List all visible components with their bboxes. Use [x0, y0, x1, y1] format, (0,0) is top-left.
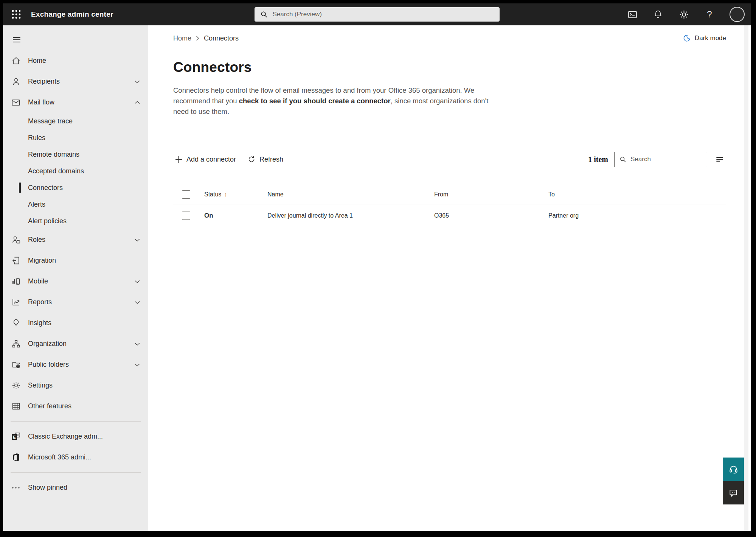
sidebar-item-label: Insights	[28, 319, 51, 327]
organization-icon	[11, 339, 21, 349]
list-search-box[interactable]	[614, 152, 707, 167]
sidebar-item-label: Microsoft 365 admi...	[28, 453, 91, 461]
create-connector-link[interactable]: check to see if you should create a conn…	[239, 97, 391, 105]
select-all-checkbox[interactable]	[182, 190, 190, 199]
settings-icon	[11, 381, 21, 391]
column-header-status[interactable]: Status	[204, 191, 221, 198]
sidebar-item-alerts[interactable]: Alerts	[3, 196, 148, 213]
row-status: On	[204, 212, 213, 219]
add-icon	[175, 156, 183, 163]
app-title: Exchange admin center	[31, 10, 113, 19]
main-content: Home Connectors Dark mode Connectors	[148, 25, 751, 531]
sidebar-item-rules[interactable]: Rules	[3, 129, 148, 146]
global-search-input[interactable]	[273, 11, 494, 18]
help-support-button[interactable]	[723, 458, 744, 481]
add-connector-button[interactable]: Add a connector	[173, 153, 238, 166]
sidebar-item-message-trace[interactable]: Message trace	[3, 113, 148, 129]
sidebar-item-label: Migration	[28, 257, 56, 265]
sidebar-item-insights[interactable]: Insights	[3, 313, 148, 333]
home-icon	[11, 56, 21, 66]
microsoft-365-icon	[11, 453, 21, 462]
sidebar-divider	[11, 472, 141, 473]
terminal-icon[interactable]	[627, 9, 638, 20]
sidebar-item-mail-flow[interactable]: Mail flow	[3, 92, 148, 113]
gear-icon[interactable]	[678, 9, 689, 20]
row-to: Partner org	[548, 212, 579, 219]
breadcrumb-current: Connectors	[204, 34, 239, 42]
feedback-button-icon	[728, 488, 738, 498]
migration-icon	[11, 256, 21, 266]
sidebar-item-label: Roles	[28, 236, 45, 244]
sidebar-item-accepted-domains[interactable]: Accepted domains	[3, 163, 148, 179]
insights-icon	[11, 318, 21, 328]
chevron-down-icon	[134, 363, 140, 367]
bell-icon[interactable]	[652, 9, 664, 20]
sidebar-item-show-pinned[interactable]: Show pinned	[3, 477, 148, 498]
classic-exchange-icon: E	[11, 432, 21, 442]
sort-asc-icon: ↑	[224, 191, 227, 198]
section-divider	[173, 145, 726, 145]
help-icon[interactable]: ?	[704, 9, 715, 20]
public-folders-icon	[11, 360, 21, 370]
top-bar: Exchange admin center	[3, 3, 751, 25]
sidebar-item-home[interactable]: Home	[3, 50, 148, 71]
search-icon	[260, 10, 268, 19]
mobile-icon	[11, 277, 21, 286]
chevron-down-icon	[134, 342, 140, 346]
feedback-button[interactable]	[723, 481, 744, 504]
chevron-up-icon	[134, 101, 140, 104]
sidebar-item-microsoft-365[interactable]: Microsoft 365 admi...	[3, 447, 148, 468]
sidebar-item-label: Recipients	[28, 78, 60, 86]
toolbar: Add a connector Refresh 1 item	[173, 151, 726, 168]
sidebar-item-settings[interactable]: Settings	[3, 375, 148, 396]
reports-icon	[11, 297, 21, 307]
avatar[interactable]	[730, 7, 745, 22]
breadcrumb-chevron-icon	[196, 36, 199, 41]
sidebar-item-mobile[interactable]: Mobile	[3, 271, 148, 292]
item-count: 1 item	[588, 155, 608, 164]
breadcrumb-home-link[interactable]: Home	[173, 34, 191, 42]
filter-icon[interactable]	[713, 153, 726, 166]
sidebar-item-label: Reports	[28, 298, 52, 306]
row-from: O365	[434, 212, 449, 219]
menu-icon	[12, 35, 22, 45]
sidebar-item-connectors[interactable]: Connectors	[3, 179, 148, 196]
column-header-from[interactable]: From	[434, 191, 448, 198]
chevron-down-icon	[134, 238, 140, 242]
sidebar-item-alert-policies[interactable]: Alert policies	[3, 213, 148, 229]
column-header-to[interactable]: To	[548, 191, 555, 198]
other-features-icon	[11, 402, 21, 411]
chevron-down-icon	[134, 80, 140, 84]
list-search-input[interactable]	[630, 156, 702, 163]
refresh-button[interactable]: Refresh	[246, 153, 285, 166]
scrollbar-track[interactable]	[744, 25, 748, 531]
page-description: Connectors help control the flow of emai…	[173, 85, 495, 117]
table-row[interactable]: On Deliver journal directly to Area 1 O3…	[173, 204, 726, 227]
sidebar-item-roles[interactable]: Roles	[3, 229, 148, 250]
app-launcher-button[interactable]	[3, 3, 21, 25]
add-connector-label: Add a connector	[186, 156, 236, 163]
sidebar-item-migration[interactable]: Migration	[3, 250, 148, 271]
row-name[interactable]: Deliver journal directly to Area 1	[267, 212, 353, 219]
dark-mode-icon	[683, 34, 691, 42]
help-button-icon	[728, 464, 739, 475]
global-search-box[interactable]	[255, 7, 500, 22]
dark-mode-label: Dark mode	[695, 34, 726, 42]
sidebar-item-label: Public folders	[28, 361, 69, 369]
sidebar-item-classic-exchange[interactable]: E Classic Exchange adm...	[3, 426, 148, 447]
sidebar-item-public-folders[interactable]: Public folders	[3, 354, 148, 375]
sidebar-item-label: Home	[28, 57, 46, 65]
sidebar-item-label: Mobile	[28, 277, 48, 285]
sidebar-item-remote-domains[interactable]: Remote domains	[3, 146, 148, 163]
page-title: Connectors	[173, 59, 726, 75]
sidebar-item-reports[interactable]: Reports	[3, 292, 148, 313]
sidebar-item-recipients[interactable]: Recipients	[3, 71, 148, 92]
app-launcher-icon	[11, 9, 21, 19]
menu-button[interactable]	[8, 32, 25, 47]
sidebar-item-label: Organization	[28, 340, 67, 348]
sidebar-item-other-features[interactable]: Other features	[3, 396, 148, 417]
sidebar-item-organization[interactable]: Organization	[3, 333, 148, 354]
row-checkbox[interactable]	[182, 212, 190, 220]
dark-mode-toggle[interactable]: Dark mode	[683, 34, 726, 42]
column-header-name[interactable]: Name	[267, 191, 284, 198]
